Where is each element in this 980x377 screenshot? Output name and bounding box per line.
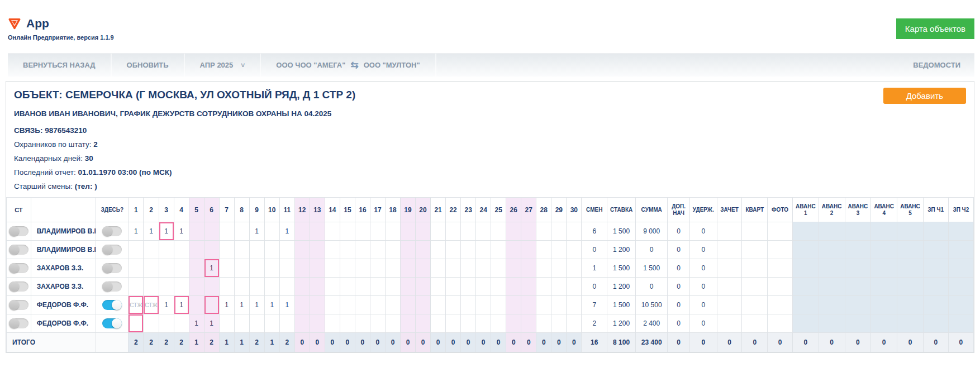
day-cell-17[interactable]	[370, 278, 385, 296]
day-cell-21[interactable]	[431, 314, 446, 333]
nav-refresh-button[interactable]: ОБНОВИТЬ	[112, 54, 185, 77]
day-cell-2[interactable]	[144, 314, 159, 333]
day-cell-6[interactable]	[204, 222, 219, 241]
day-cell-15[interactable]	[340, 241, 355, 259]
day-cell-12[interactable]	[294, 259, 310, 278]
day-cell-11[interactable]: 1	[279, 222, 294, 241]
day-cell-27[interactable]	[521, 259, 536, 278]
day-cell-1[interactable]	[129, 314, 144, 333]
day-cell-19[interactable]	[401, 296, 416, 314]
day-cell-29[interactable]	[551, 296, 567, 314]
day-cell-6[interactable]: 1	[204, 314, 219, 333]
day-cell-29[interactable]	[551, 278, 567, 296]
here-toggle[interactable]	[102, 318, 122, 328]
day-cell-1[interactable]: 1	[129, 222, 144, 241]
day-cell-16[interactable]	[355, 241, 370, 259]
st-toggle[interactable]	[9, 226, 28, 236]
day-cell-5[interactable]	[189, 259, 204, 278]
day-cell-23[interactable]	[461, 314, 476, 333]
day-cell-27[interactable]	[521, 241, 536, 259]
day-cell-15[interactable]	[340, 314, 355, 333]
st-toggle[interactable]	[9, 245, 28, 255]
day-cell-6[interactable]	[204, 296, 219, 314]
day-cell-3[interactable]	[159, 241, 174, 259]
day-cell-9[interactable]	[249, 241, 264, 259]
day-cell-25[interactable]	[491, 278, 506, 296]
day-cell-3[interactable]: 1	[159, 222, 174, 241]
day-cell-26[interactable]	[506, 222, 521, 241]
day-cell-5[interactable]	[189, 222, 204, 241]
day-cell-18[interactable]	[385, 278, 400, 296]
day-cell-30[interactable]	[567, 296, 582, 314]
day-cell-1[interactable]	[129, 259, 144, 278]
day-cell-8[interactable]: 1	[234, 296, 249, 314]
day-cell-10[interactable]: 1	[264, 296, 279, 314]
day-cell-27[interactable]	[521, 314, 536, 333]
day-cell-2[interactable]	[144, 278, 159, 296]
day-cell-5[interactable]	[189, 278, 204, 296]
nav-period-dropdown[interactable]: АПР 2025 ˅	[185, 54, 261, 77]
day-cell-25[interactable]	[491, 222, 506, 241]
day-cell-1[interactable]	[129, 278, 144, 296]
day-cell-14[interactable]	[325, 241, 340, 259]
day-cell-22[interactable]	[446, 314, 461, 333]
day-cell-3[interactable]	[159, 278, 174, 296]
day-cell-12[interactable]	[294, 314, 310, 333]
day-cell-18[interactable]	[385, 314, 400, 333]
day-cell-21[interactable]	[431, 296, 446, 314]
day-cell-16[interactable]	[355, 278, 370, 296]
day-cell-26[interactable]	[506, 314, 521, 333]
nav-org-switcher[interactable]: ООО ЧОО "АМЕГА" ⇆ ООО "МУЛТОН"	[261, 54, 436, 77]
day-cell-17[interactable]	[370, 222, 385, 241]
day-cell-11[interactable]: 1	[279, 296, 294, 314]
day-cell-30[interactable]	[567, 259, 582, 278]
day-cell-30[interactable]	[567, 241, 582, 259]
day-cell-3[interactable]: 1	[159, 296, 174, 314]
day-cell-10[interactable]	[264, 314, 279, 333]
day-cell-15[interactable]	[340, 259, 355, 278]
day-cell-24[interactable]	[476, 241, 491, 259]
here-toggle[interactable]	[102, 226, 122, 236]
day-cell-16[interactable]	[355, 314, 370, 333]
day-cell-20[interactable]	[416, 314, 431, 333]
day-cell-22[interactable]	[446, 259, 461, 278]
day-cell-8[interactable]	[234, 278, 249, 296]
day-cell-7[interactable]	[219, 222, 234, 241]
day-cell-27[interactable]	[521, 278, 536, 296]
day-cell-28[interactable]	[536, 296, 551, 314]
day-cell-18[interactable]	[385, 222, 400, 241]
day-cell-18[interactable]	[385, 296, 400, 314]
day-cell-19[interactable]	[401, 278, 416, 296]
day-cell-21[interactable]	[431, 222, 446, 241]
day-cell-30[interactable]	[567, 314, 582, 333]
day-cell-13[interactable]	[310, 241, 325, 259]
day-cell-29[interactable]	[551, 222, 567, 241]
day-cell-18[interactable]	[385, 241, 400, 259]
day-cell-6[interactable]	[204, 241, 219, 259]
day-cell-13[interactable]	[310, 259, 325, 278]
day-cell-25[interactable]	[491, 241, 506, 259]
add-button[interactable]: Добавить	[883, 88, 966, 104]
day-cell-24[interactable]	[476, 222, 491, 241]
day-cell-11[interactable]	[279, 314, 294, 333]
day-cell-25[interactable]	[491, 314, 506, 333]
day-cell-9[interactable]	[249, 259, 264, 278]
day-cell-17[interactable]	[370, 241, 385, 259]
day-cell-7[interactable]	[219, 259, 234, 278]
day-cell-29[interactable]	[551, 259, 567, 278]
day-cell-20[interactable]	[416, 259, 431, 278]
day-cell-7[interactable]	[219, 241, 234, 259]
day-cell-13[interactable]	[310, 296, 325, 314]
here-toggle[interactable]	[102, 300, 122, 310]
day-cell-27[interactable]	[521, 222, 536, 241]
day-cell-2[interactable]	[144, 241, 159, 259]
st-toggle[interactable]	[9, 281, 28, 292]
day-cell-17[interactable]	[370, 314, 385, 333]
day-cell-24[interactable]	[476, 296, 491, 314]
day-cell-1[interactable]: СТЖ	[129, 296, 144, 314]
day-cell-19[interactable]	[401, 259, 416, 278]
st-toggle[interactable]	[9, 318, 28, 328]
day-cell-15[interactable]	[340, 296, 355, 314]
day-cell-18[interactable]	[385, 259, 400, 278]
day-cell-10[interactable]	[264, 222, 279, 241]
